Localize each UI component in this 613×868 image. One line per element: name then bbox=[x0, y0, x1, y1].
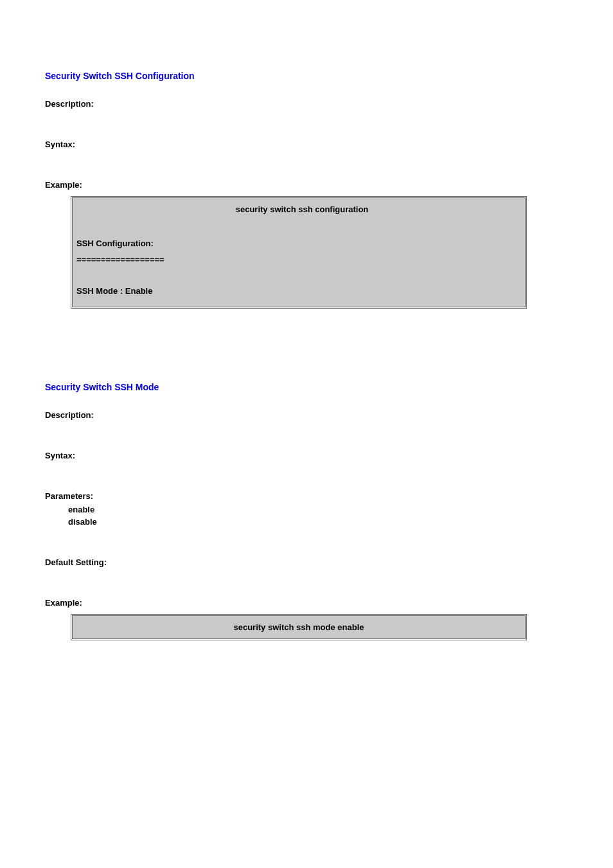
section-ssh-mode: Security Switch SSH Mode Description: Sy… bbox=[45, 382, 568, 640]
label-syntax: Syntax: bbox=[45, 451, 568, 460]
label-description: Description: bbox=[45, 410, 568, 420]
label-parameters: Parameters: bbox=[45, 491, 568, 501]
code-block-config: security switch ssh configuration SSH Co… bbox=[71, 196, 527, 309]
label-example: Example: bbox=[45, 598, 568, 608]
label-default-setting: Default Setting: bbox=[45, 557, 568, 567]
section-ssh-config: Security Switch SSH Configuration Descri… bbox=[45, 71, 568, 309]
output-divider: ================== bbox=[76, 253, 521, 267]
label-syntax: Syntax: bbox=[45, 140, 568, 149]
param-disable: disable bbox=[68, 517, 568, 527]
code-block-mode: security switch ssh mode enable bbox=[71, 614, 527, 640]
command-text: security switch ssh mode enable bbox=[73, 616, 525, 638]
output-line: SSH Configuration: bbox=[76, 237, 521, 251]
section-heading-config: Security Switch SSH Configuration bbox=[45, 71, 568, 81]
command-text: security switch ssh configuration bbox=[76, 204, 521, 214]
section-gap bbox=[45, 332, 568, 382]
param-enable: enable bbox=[68, 505, 568, 514]
document-page: Security Switch SSH Configuration Descri… bbox=[0, 0, 613, 702]
output-line: SSH Mode : Enable bbox=[76, 285, 521, 298]
section-heading-mode: Security Switch SSH Mode bbox=[45, 382, 568, 392]
label-example: Example: bbox=[45, 180, 568, 190]
label-description: Description: bbox=[45, 99, 568, 109]
